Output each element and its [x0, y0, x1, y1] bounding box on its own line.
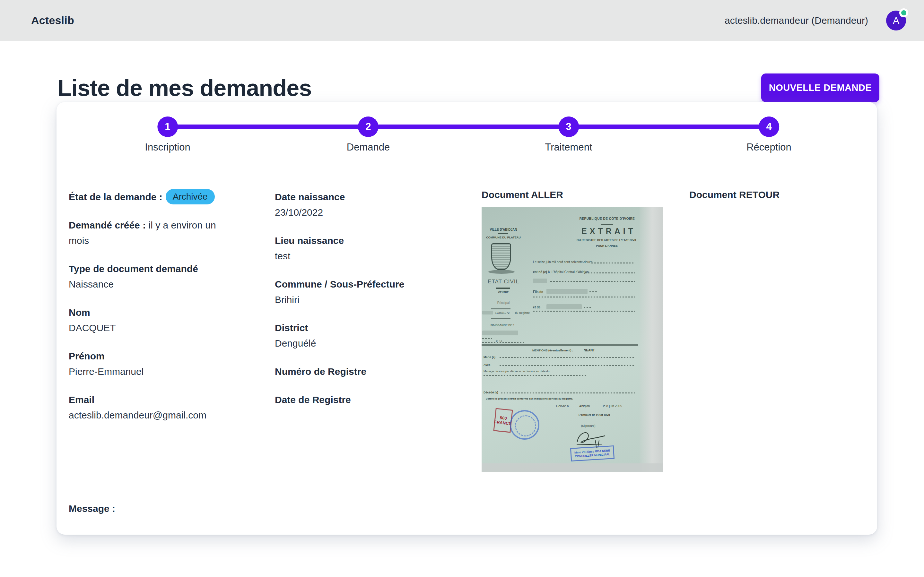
doc-rule [482, 344, 638, 345]
doc-subtitle2: POUR L'ANNEE [587, 244, 626, 247]
doc-rule [482, 345, 638, 346]
step-inscription: 1 Inscription [145, 116, 190, 153]
commune-label: Commune / Sous-Préfecture [275, 277, 468, 292]
doc-dashes [533, 297, 635, 298]
doc-ref-code: E. 18 [496, 340, 502, 343]
doc-commune: COMMUNE DU PLATEAU [482, 236, 525, 239]
step-2-label: Demande [347, 142, 390, 153]
doc-mariage: Mariage dissous par décision de divorce … [484, 370, 550, 373]
request-info-column: État de la demande :Archivée Demandé cré… [69, 189, 232, 436]
step-4-circle: 4 [759, 116, 779, 137]
doc-country: REPUBLIQUE DE CÔTE D'IVOIRE [577, 217, 638, 221]
document-aller-title: Document ALLER [482, 189, 563, 200]
step-4-label: Réception [747, 142, 792, 153]
doc-redaction [547, 289, 587, 294]
field-date-registre: Date de Registre [275, 392, 468, 408]
field-commune: Commune / Sous-Préfecture Brihiri [275, 277, 468, 308]
doc-etat-civil: ETAT CIVIL [485, 279, 522, 285]
email-value: acteslib.demandeur@gmail.com [69, 408, 232, 423]
brand-logo: Acteslib [31, 14, 74, 27]
doc-dashes [482, 338, 492, 339]
doc-dashes [585, 272, 635, 273]
doc-city: VILLE D'ABIDJAN [484, 228, 522, 231]
doc-born-label: est né (e) à [533, 270, 550, 274]
user-name: acteslib.demandeur (Demandeur) [725, 15, 868, 26]
email-label: Email [69, 392, 232, 408]
lieu-naissance-label: Lieu naissance [275, 233, 468, 248]
doc-dashes [584, 307, 592, 308]
doc-registre-date: 17/06/1972 [495, 311, 510, 314]
doc-subtitle1: DU REGISTRE DES ACTES DE L'ETAT CIVIL [575, 239, 638, 242]
doc-et-de: et de [533, 306, 540, 309]
new-request-button[interactable]: NOUVELLE DEMANDE [761, 74, 879, 102]
birth-info-column: Date naissance 23/10/2022 Lieu naissance… [275, 189, 468, 421]
nom-value: DACQUET [69, 320, 232, 336]
page-title: Liste de mes demandes [58, 75, 311, 101]
message-label: Message : [69, 503, 115, 514]
field-etat: État de la demande :Archivée [69, 189, 232, 205]
field-prenom: Prénom Pierre-Emmanuel [69, 348, 232, 379]
doc-decede: Décédé (e) [484, 391, 498, 394]
avatar[interactable]: A [886, 11, 906, 31]
field-type-document: Type de document demandé Naissance [69, 261, 232, 292]
field-date-naissance: Date naissance 23/10/2022 [275, 189, 468, 220]
step-reception: 4 Réception [747, 116, 792, 153]
date-registre-label: Date de Registre [275, 392, 468, 408]
type-document-label: Type de document demandé [69, 261, 232, 277]
step-1-label: Inscription [145, 142, 190, 153]
doc-title: EXTRAIT [580, 227, 638, 236]
doc-scan-edge-right [640, 207, 663, 472]
numero-registre-label: Numéro de Registre [275, 364, 468, 379]
lieu-naissance-value: test [275, 248, 468, 264]
app-header: Acteslib acteslib.demandeur (Demandeur) … [0, 0, 924, 41]
date-naissance-label: Date naissance [275, 189, 468, 205]
step-demande: 2 Demande [347, 116, 390, 153]
nom-label: Nom [69, 305, 232, 320]
doc-redaction [547, 304, 582, 309]
step-1-circle: 1 [157, 116, 178, 137]
district-value: Denguélé [275, 336, 468, 351]
doc-avec: Avec [484, 363, 490, 366]
app: Acteslib acteslib.demandeur (Demandeur) … [0, 0, 924, 577]
doc-rule [498, 233, 508, 234]
status-badge: Archivée [166, 189, 215, 205]
doc-dashes [550, 281, 635, 282]
doc-birth-line: Le seize juin mil neuf cent soixante-dou… [533, 260, 593, 264]
doc-centre: CENTRE [488, 291, 519, 293]
doc-scan-edge-bottom [482, 463, 663, 472]
doc-coat-of-arms [491, 243, 511, 270]
online-status-dot [899, 8, 908, 17]
doc-fils-de: Fils de [533, 290, 543, 293]
creation-label: Demandé créée : [69, 220, 146, 230]
doc-officer-stamp: Mme VEI Epse GBA NEBE CONSEILLER MUNICIP… [570, 445, 614, 461]
prenom-value: Pierre-Emmanuel [69, 364, 232, 379]
doc-dashes [533, 311, 635, 312]
step-3-circle: 3 [558, 116, 579, 137]
commune-value: Brihiri [275, 292, 468, 308]
doc-dashes [484, 375, 587, 376]
step-3-label: Traitement [545, 142, 592, 153]
field-nom: Nom DACQUET [69, 305, 232, 336]
stamp-currency: FRANCS [494, 419, 512, 426]
avatar-initial: A [893, 15, 899, 26]
doc-principal: Principal [488, 301, 519, 305]
district-label: District [275, 320, 468, 336]
doc-signature-label: (Signature) [581, 424, 595, 427]
doc-round-stamp [510, 410, 539, 440]
step-traitement: 3 Traitement [545, 116, 592, 153]
doc-officier: L'Officier de l'Etat Civil [579, 413, 610, 417]
doc-registre-suffix: du Registre [515, 311, 530, 314]
doc-rule [491, 318, 511, 319]
doc-revenue-stamp: 500 FRANCS [493, 408, 513, 433]
doc-naissance-de: NAISSANCE DE : [490, 324, 514, 327]
field-email: Email acteslib.demandeur@gmail.com [69, 392, 232, 423]
field-lieu-naissance: Lieu naissance test [275, 233, 468, 264]
header-right: acteslib.demandeur (Demandeur) A [725, 11, 906, 31]
document-aller-image[interactable]: REPUBLIQUE DE CÔTE D'IVOIRE EXTRAIT DU R… [482, 207, 663, 472]
doc-born-place: L'hôpital Central d'Abidjan [551, 270, 589, 274]
field-numero-registre: Numéro de Registre [275, 364, 468, 379]
doc-marie: Marié (e) [484, 356, 495, 359]
doc-dashes [500, 365, 635, 366]
field-creation: Demandé créée : il y a environ un mois [69, 218, 232, 248]
document-retour-title: Document RETOUR [689, 189, 779, 200]
